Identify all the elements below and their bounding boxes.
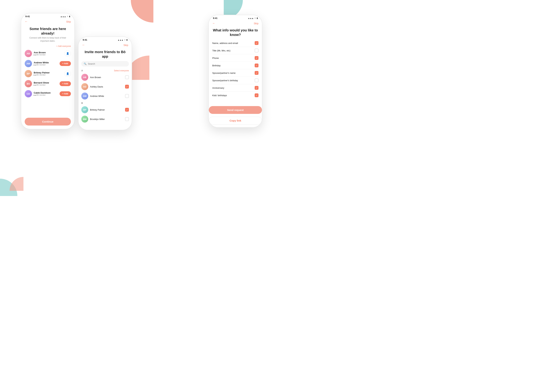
skip-button-1[interactable]: Skip [66,20,71,23]
invite-contact-item: BPBritney Palmer✓ [79,105,132,114]
info-option-label: Anniversary [212,87,224,89]
info-checkbox-unchecked[interactable] [255,49,259,52]
checkmark-icon: ✓ [256,64,258,67]
invite-contact-item: AWAndrew White [79,91,132,101]
avatar: BS [25,80,32,87]
contact-badge: ▶◀ Bō member [34,94,58,96]
info-option: Spouse/partner's birthday [212,77,259,84]
checkbox-unchecked[interactable] [125,117,129,121]
avatar-initials: CD [27,93,30,95]
info-option: Kids' birthdays✓ [212,92,259,99]
avatar: BP [81,106,88,113]
added-contact-button[interactable]: 👤 [64,71,71,77]
add-contact-button[interactable]: + Add [60,81,71,86]
checkmark-icon: ✓ [126,85,128,88]
phone1-subtitle: Connect with them to keep track of their… [21,36,74,44]
wifi-icon-3: ☆ [254,17,256,19]
send-request-button[interactable]: Send request [209,106,262,114]
contact-item: CD Caleb Davidson ▶◀ Bō member + Add [21,89,74,99]
avatar: AB [81,74,88,81]
contact-badge: ▶◀ Bō member [34,84,58,86]
add-contact-button[interactable]: + Add [60,61,71,66]
info-checkbox-checked[interactable]: ✓ [255,41,259,45]
search-input[interactable] [88,62,126,65]
checkbox-checked[interactable]: ✓ [125,85,129,89]
phone-2: 9:41 ▲▲▲ ☆ ▮ ← Skip Invite more friends … [78,36,132,130]
wifi-icon-2: ☆ [124,39,126,41]
info-option-label: Title (Mr, Mrs, etc) [212,49,230,52]
back-button-2[interactable]: ← [82,43,85,47]
bo-icon: ▶◀ [34,94,36,96]
info-checkbox-checked[interactable]: ✓ [255,93,259,97]
info-option-label: Phone [212,57,219,59]
copy-link-button[interactable]: Copy link [209,117,262,124]
phone-3: 9:41 ▲▲▲ ☆ ▮ ← Skip What info would you … [209,15,262,128]
status-icons-1: ▲▲▲ ☆ ▮ [60,15,70,17]
continue-button[interactable]: Continue [25,118,71,125]
info-option-label: Kids' birthdays [212,94,227,97]
contact-item: AB Ann Brown ▶◀ Bō member 👤 [21,48,74,58]
skip-button-3[interactable]: Skip [254,22,259,25]
contact-info: Caleb Davidson ▶◀ Bō member [34,91,58,96]
deco-salmon-bottom [10,177,23,191]
contact-name: Caleb Davidson [34,91,58,94]
avatar-initials: BP [83,108,86,111]
phone1-contact-list: AB Ann Brown ▶◀ Bō member 👤AW Andrew Whi… [21,48,74,115]
info-checkbox-unchecked[interactable] [255,78,259,82]
battery-icon-1: ▮ [69,15,70,17]
status-icons-2: ▲▲▲ ☆ ▮ [118,39,128,41]
info-checkbox-checked[interactable]: ✓ [255,71,259,75]
info-checkbox-checked[interactable]: ✓ [255,86,259,90]
bo-icon: ▶◀ [34,74,36,76]
checkbox-unchecked[interactable] [125,94,129,98]
avatar-initials: BP [27,73,30,75]
badge-text: Bō member [37,64,46,66]
section-a-header: A Select everyone [79,68,132,73]
add-contact-button[interactable]: + Add [60,91,71,96]
contact-badge: ▶◀ Bō member [34,54,62,56]
contact-badge: ▶◀ Bō member [34,74,62,76]
info-option-label: Name, address and email [212,42,238,45]
add-everyone-row: + Add everyone [21,44,74,48]
contact-name: Britney Palmer [34,71,62,74]
skip-button-2[interactable]: Skip [124,44,128,46]
battery-icon-2: ▮ [126,39,128,41]
checkmark-icon: ✓ [256,87,258,89]
search-bar: 🔍 [81,61,129,67]
badge-text: Bō member [37,94,46,96]
section-letter-a: A [81,69,83,72]
bo-icon: ▶◀ [34,54,36,56]
status-bar-1: 9:41 ▲▲▲ ☆ ▮ [21,13,74,19]
info-option: Name, address and email✓ [212,39,259,47]
search-icon: 🔍 [84,62,86,65]
avatar: BM [81,116,88,123]
avatar-initials: AD [83,85,86,88]
back-button-3[interactable]: ← [212,22,215,25]
section-b-header: B [79,101,132,105]
badge-text: Bō member [37,74,46,76]
avatar-initials: AB [83,76,86,79]
checkbox-unchecked[interactable] [125,75,129,79]
checkbox-checked[interactable]: ✓ [125,108,129,112]
select-everyone-button[interactable]: Select everyone [114,69,129,72]
add-everyone-link[interactable]: + Add everyone [56,45,71,47]
signal-icon-1: ▲▲▲ [60,16,66,17]
status-bar-3: 9:41 ▲▲▲ ☆ ▮ [209,15,262,21]
checkmark-icon: ✓ [256,57,258,59]
info-option: Phone✓ [212,54,259,62]
contact-item: BP Britney Palmer ▶◀ Bō member 👤 [21,69,74,79]
info-checkbox-checked[interactable]: ✓ [255,64,259,67]
avatar: AD [81,83,88,90]
section-letter-b: B [81,102,83,104]
added-contact-button[interactable]: 👤 [64,50,71,56]
info-checkbox-checked[interactable]: ✓ [255,56,259,60]
status-bar-2: 9:41 ▲▲▲ ☆ ▮ [79,37,132,42]
avatar: BP [25,70,32,77]
wifi-icon-1: ☆ [67,15,68,17]
contact-info: Andrew White ▶◀ Bō member [34,61,58,66]
badge-text: Bō member [37,54,46,56]
back-button-1[interactable]: ← [25,20,28,23]
invite-contact-item: BMBrooklyn Miller [79,114,132,124]
avatar-initials: AW [83,95,87,97]
time-2: 9:41 [83,39,87,41]
